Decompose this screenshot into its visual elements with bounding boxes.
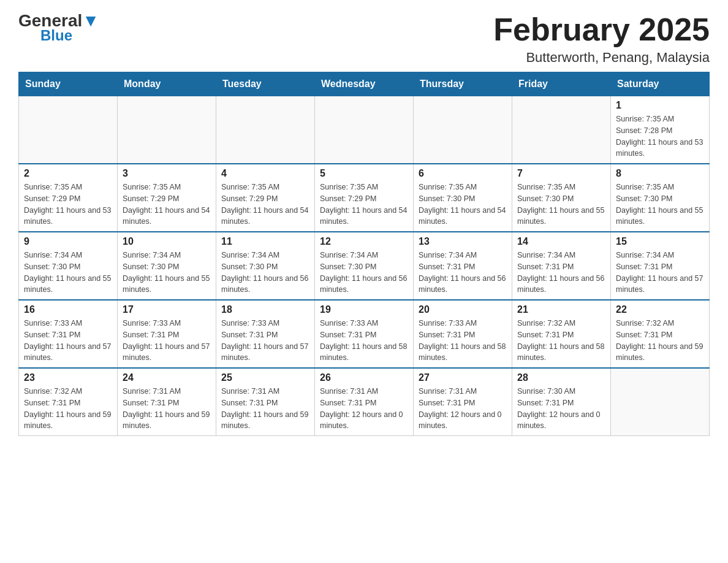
day-number: 7 [517, 168, 605, 179]
day-info: Sunrise: 7:34 AMSunset: 7:30 PMDaylight:… [221, 250, 309, 296]
table-row [611, 368, 710, 436]
header-wednesday: Wednesday [315, 72, 414, 96]
header-friday: Friday [512, 72, 611, 96]
table-row [216, 96, 315, 164]
page-header: General▼ Blue February 2025 Butterworth,… [18, 12, 710, 66]
day-info: Sunrise: 7:35 AMSunset: 7:30 PMDaylight:… [517, 182, 605, 228]
day-info: Sunrise: 7:32 AMSunset: 7:31 PMDaylight:… [517, 318, 605, 364]
day-number: 1 [616, 100, 704, 111]
table-row: 14Sunrise: 7:34 AMSunset: 7:31 PMDayligh… [512, 232, 611, 300]
day-info: Sunrise: 7:34 AMSunset: 7:31 PMDaylight:… [517, 250, 605, 296]
title-block: February 2025 Butterworth, Penang, Malay… [493, 12, 710, 66]
day-info: Sunrise: 7:33 AMSunset: 7:31 PMDaylight:… [320, 318, 408, 364]
day-info: Sunrise: 7:35 AMSunset: 7:29 PMDaylight:… [320, 182, 408, 228]
calendar-week-row: 16Sunrise: 7:33 AMSunset: 7:31 PMDayligh… [19, 300, 710, 368]
day-number: 16 [24, 304, 112, 315]
header-sunday: Sunday [19, 72, 118, 96]
logo: General▼ Blue [18, 12, 99, 44]
day-number: 12 [320, 236, 408, 247]
day-info: Sunrise: 7:30 AMSunset: 7:31 PMDaylight:… [517, 386, 605, 432]
table-row: 8Sunrise: 7:35 AMSunset: 7:30 PMDaylight… [611, 164, 710, 232]
table-row: 18Sunrise: 7:33 AMSunset: 7:31 PMDayligh… [216, 300, 315, 368]
table-row: 21Sunrise: 7:32 AMSunset: 7:31 PMDayligh… [512, 300, 611, 368]
table-row: 24Sunrise: 7:31 AMSunset: 7:31 PMDayligh… [118, 368, 216, 436]
day-number: 10 [123, 236, 211, 247]
table-row: 3Sunrise: 7:35 AMSunset: 7:29 PMDaylight… [118, 164, 216, 232]
day-number: 2 [24, 168, 112, 179]
calendar-week-row: 2Sunrise: 7:35 AMSunset: 7:29 PMDaylight… [19, 164, 710, 232]
table-row: 9Sunrise: 7:34 AMSunset: 7:30 PMDaylight… [19, 232, 118, 300]
table-row: 22Sunrise: 7:32 AMSunset: 7:31 PMDayligh… [611, 300, 710, 368]
day-number: 24 [123, 372, 211, 383]
table-row: 20Sunrise: 7:33 AMSunset: 7:31 PMDayligh… [414, 300, 512, 368]
table-row [512, 96, 611, 164]
header-monday: Monday [118, 72, 216, 96]
table-row: 7Sunrise: 7:35 AMSunset: 7:30 PMDaylight… [512, 164, 611, 232]
day-info: Sunrise: 7:34 AMSunset: 7:30 PMDaylight:… [320, 250, 408, 296]
day-number: 20 [419, 304, 507, 315]
header-thursday: Thursday [414, 72, 512, 96]
day-number: 23 [24, 372, 112, 383]
day-number: 17 [123, 304, 211, 315]
day-info: Sunrise: 7:34 AMSunset: 7:30 PMDaylight:… [123, 250, 211, 296]
day-info: Sunrise: 7:31 AMSunset: 7:31 PMDaylight:… [123, 386, 211, 432]
day-number: 13 [419, 236, 507, 247]
day-number: 6 [419, 168, 507, 179]
day-number: 27 [419, 372, 507, 383]
table-row: 17Sunrise: 7:33 AMSunset: 7:31 PMDayligh… [118, 300, 216, 368]
table-row: 12Sunrise: 7:34 AMSunset: 7:30 PMDayligh… [315, 232, 414, 300]
table-row: 19Sunrise: 7:33 AMSunset: 7:31 PMDayligh… [315, 300, 414, 368]
day-number: 18 [221, 304, 309, 315]
day-number: 8 [616, 168, 704, 179]
table-row: 10Sunrise: 7:34 AMSunset: 7:30 PMDayligh… [118, 232, 216, 300]
day-number: 19 [320, 304, 408, 315]
table-row: 4Sunrise: 7:35 AMSunset: 7:29 PMDaylight… [216, 164, 315, 232]
table-row [414, 96, 512, 164]
day-info: Sunrise: 7:35 AMSunset: 7:29 PMDaylight:… [123, 182, 211, 228]
table-row: 5Sunrise: 7:35 AMSunset: 7:29 PMDaylight… [315, 164, 414, 232]
day-info: Sunrise: 7:31 AMSunset: 7:31 PMDaylight:… [419, 386, 507, 432]
day-info: Sunrise: 7:32 AMSunset: 7:31 PMDaylight:… [24, 386, 112, 432]
day-info: Sunrise: 7:33 AMSunset: 7:31 PMDaylight:… [123, 318, 211, 364]
day-info: Sunrise: 7:31 AMSunset: 7:31 PMDaylight:… [320, 386, 408, 432]
day-info: Sunrise: 7:35 AMSunset: 7:28 PMDaylight:… [616, 113, 704, 159]
day-number: 4 [221, 168, 309, 179]
logo-blue: Blue [40, 27, 72, 44]
day-info: Sunrise: 7:33 AMSunset: 7:31 PMDaylight:… [24, 318, 112, 364]
location-title: Butterworth, Penang, Malaysia [493, 50, 710, 66]
table-row: 13Sunrise: 7:34 AMSunset: 7:31 PMDayligh… [414, 232, 512, 300]
header-saturday: Saturday [611, 72, 710, 96]
day-number: 9 [24, 236, 112, 247]
day-info: Sunrise: 7:34 AMSunset: 7:31 PMDaylight:… [419, 250, 507, 296]
table-row: 26Sunrise: 7:31 AMSunset: 7:31 PMDayligh… [315, 368, 414, 436]
table-row: 27Sunrise: 7:31 AMSunset: 7:31 PMDayligh… [414, 368, 512, 436]
day-number: 21 [517, 304, 605, 315]
day-info: Sunrise: 7:35 AMSunset: 7:29 PMDaylight:… [221, 182, 309, 228]
day-info: Sunrise: 7:31 AMSunset: 7:31 PMDaylight:… [221, 386, 309, 432]
calendar-week-row: 23Sunrise: 7:32 AMSunset: 7:31 PMDayligh… [19, 368, 710, 436]
day-number: 3 [123, 168, 211, 179]
day-number: 26 [320, 372, 408, 383]
month-title: February 2025 [493, 12, 710, 47]
table-row: 23Sunrise: 7:32 AMSunset: 7:31 PMDayligh… [19, 368, 118, 436]
day-info: Sunrise: 7:34 AMSunset: 7:31 PMDaylight:… [616, 250, 704, 296]
day-info: Sunrise: 7:33 AMSunset: 7:31 PMDaylight:… [221, 318, 309, 364]
table-row [19, 96, 118, 164]
day-info: Sunrise: 7:35 AMSunset: 7:29 PMDaylight:… [24, 182, 112, 228]
day-number: 25 [221, 372, 309, 383]
day-number: 22 [616, 304, 704, 315]
calendar-table: Sunday Monday Tuesday Wednesday Thursday… [18, 72, 710, 436]
table-row: 28Sunrise: 7:30 AMSunset: 7:31 PMDayligh… [512, 368, 611, 436]
day-number: 5 [320, 168, 408, 179]
day-info: Sunrise: 7:35 AMSunset: 7:30 PMDaylight:… [616, 182, 704, 228]
calendar-week-row: 1Sunrise: 7:35 AMSunset: 7:28 PMDaylight… [19, 96, 710, 164]
table-row: 25Sunrise: 7:31 AMSunset: 7:31 PMDayligh… [216, 368, 315, 436]
table-row: 15Sunrise: 7:34 AMSunset: 7:31 PMDayligh… [611, 232, 710, 300]
table-row: 6Sunrise: 7:35 AMSunset: 7:30 PMDaylight… [414, 164, 512, 232]
day-number: 28 [517, 372, 605, 383]
table-row [315, 96, 414, 164]
table-row: 16Sunrise: 7:33 AMSunset: 7:31 PMDayligh… [19, 300, 118, 368]
logo-triangle: ▼ [82, 11, 99, 30]
table-row [118, 96, 216, 164]
day-info: Sunrise: 7:32 AMSunset: 7:31 PMDaylight:… [616, 318, 704, 364]
